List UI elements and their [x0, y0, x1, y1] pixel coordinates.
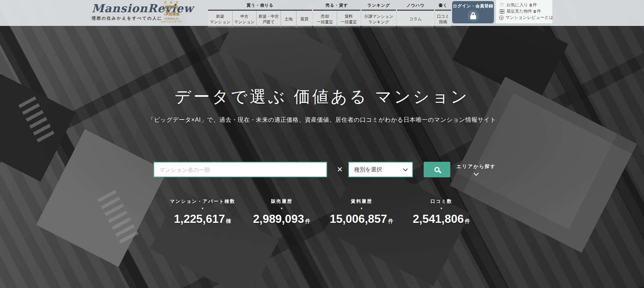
triangle-down-icon: ▼ — [237, 207, 326, 210]
triangle-down-icon: ▼ — [397, 207, 486, 210]
lock-icon — [467, 10, 479, 22]
favorites-label: お気に入り — [506, 2, 528, 8]
stat-unit: 件 — [305, 218, 310, 224]
badge-text: 冠達成 — [169, 12, 180, 16]
hero-background-photo — [0, 0, 644, 288]
stat-review-count: 口コミ数 ▼ 2,541,806件 — [397, 198, 486, 226]
favorites-count: 0 — [529, 3, 532, 7]
nav-group-ranking: ランキング 分譲マンション ランキング — [362, 0, 396, 26]
nav-group-label: 売る・貸す — [313, 0, 360, 10]
badge-text: 顧客満足 — [157, 5, 186, 9]
about-link[interactable]: ? マンションレビューとは — [499, 14, 549, 21]
nav-item-mansion-ranking[interactable]: 分譲マンション ランキング — [362, 11, 396, 27]
nav-group-write: 書く 口コミ 投稿 — [435, 0, 451, 26]
badge-text: (実査委託先) — [157, 17, 186, 20]
page: MansionReview 理想の住みかえをすべての人に ♛ ♛ ♛ 顧客満足 … — [0, 0, 644, 288]
badge-text: 3冠達成 — [157, 9, 186, 17]
stat-value: 2,989,093件 — [237, 212, 326, 226]
property-type-select[interactable]: 種別を選択 — [348, 162, 413, 177]
badge-text: ゼネラルリサーチ — [157, 20, 186, 23]
stat-unit: 件 — [465, 218, 470, 224]
stat-unit: 棟 — [226, 218, 231, 224]
stat-label: マンション・アパート棟数 — [158, 198, 247, 205]
stat-sales-history: 販売履歴 ▼ 2,989,093件 — [237, 198, 326, 226]
crowns-icon: ♛ ♛ ♛ — [157, 0, 186, 5]
nav-item-column[interactable]: コラム — [397, 11, 434, 27]
nav-group-buy-rent: 買う・借りる 新築 マンション 中古 マンション 新築・中古 戸建て 土地 賃貸 — [208, 0, 312, 26]
nav-group-sell-lease: 売る・貸す 売却 一括査定 賃料 一括査定 — [313, 0, 360, 26]
stat-value: 2,541,806件 — [397, 212, 486, 226]
stat-label: 販売履歴 — [237, 198, 326, 205]
recently-viewed-label: 最近見た物件 — [506, 9, 532, 14]
nav-item-sell-appraisal[interactable]: 売却 一括査定 — [313, 11, 337, 27]
award-badge: ♛ ♛ ♛ 顧客満足 3冠達成 (実査委託先) ゼネラルリサーチ — [157, 0, 186, 23]
recently-viewed-unit: 件 — [537, 9, 541, 14]
stat-label: 賃料履歴 — [317, 198, 406, 205]
stat-value: 15,006,857件 — [317, 212, 406, 226]
nav-item-land[interactable]: 土地 — [281, 11, 296, 27]
triangle-down-icon: ▼ — [317, 207, 406, 210]
favorites-unit: 件 — [533, 2, 537, 8]
search-separator: × — [334, 161, 346, 177]
property-type-value: 種別を選択 — [354, 166, 382, 173]
stat-rent-history: 賃料履歴 ▼ 15,006,857件 — [317, 198, 406, 226]
nav-item-rent-appraisal[interactable]: 賃料 一括査定 — [337, 11, 361, 27]
recently-viewed-link[interactable]: 最近見た物件 0 件 — [499, 8, 549, 14]
search-button[interactable] — [424, 162, 450, 177]
search-icon — [434, 167, 440, 172]
search-by-area-link[interactable]: エリアから探す — [454, 163, 498, 175]
search-by-area-label: エリアから探す — [454, 163, 498, 170]
recently-viewed-count: 0 — [533, 9, 536, 14]
nav-group-label: ランキング — [362, 0, 396, 10]
nav-item-new-mansion[interactable]: 新築 マンション — [208, 11, 232, 27]
stat-building-count: マンション・アパート棟数 ▼ 1,225,617棟 — [158, 198, 247, 226]
nav-item-rental[interactable]: 賃貸 — [296, 11, 312, 27]
nav-item-houses[interactable]: 新築・中古 戸建て — [256, 11, 281, 27]
login-register-button[interactable]: ログイン・会員登録 — [452, 1, 494, 23]
badge-number: 3 — [163, 9, 168, 17]
hero-headline: データで選ぶ 価値ある マンション — [0, 86, 644, 108]
favorites-link[interactable]: ♡ お気に入り 0 件 — [499, 2, 549, 8]
nav-group-label: 書く — [435, 0, 451, 10]
heart-icon: ♡ — [499, 2, 505, 8]
user-panel: ♡ お気に入り 0 件 最近見た物件 0 件 ? マンションレビューとは — [496, 0, 552, 23]
about-label: マンションレビューとは — [505, 15, 553, 20]
building-icon — [499, 9, 505, 14]
site-header: MansionReview 理想の住みかえをすべての人に ♛ ♛ ♛ 顧客満足 … — [0, 0, 644, 26]
stat-unit: 件 — [388, 218, 393, 224]
login-register-label: ログイン・会員登録 — [452, 3, 494, 9]
nav-group-label: ノウハウ — [397, 0, 434, 10]
chevron-down-icon — [403, 167, 408, 171]
mansion-name-search-input[interactable] — [153, 162, 327, 177]
bg-dark-overlay — [0, 0, 644, 288]
nav-group-knowhow: ノウハウ コラム — [397, 0, 434, 26]
nav-group-label: 買う・借りる — [208, 0, 312, 10]
nav-item-used-mansion[interactable]: 中古 マンション — [232, 11, 257, 27]
chevron-down-icon — [474, 171, 479, 176]
hero-subheadline: 「ビッグデータ×AI」で、過去・現在・未来の適正価格、資産価値、居住者の口コミが… — [0, 116, 644, 124]
question-icon: ? — [499, 16, 504, 20]
stat-value: 1,225,617棟 — [158, 212, 247, 226]
nav-item-review-post[interactable]: 口コミ 投稿 — [435, 11, 451, 27]
stat-label: 口コミ数 — [397, 198, 486, 205]
triangle-down-icon: ▼ — [158, 207, 247, 210]
